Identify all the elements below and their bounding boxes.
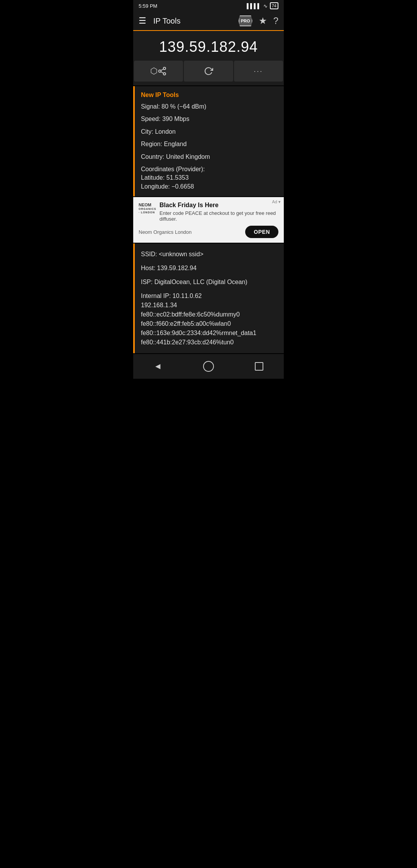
signal-icon: ▌▌▌▌	[247, 3, 261, 9]
latitude-row: Latitude: 51.5353	[141, 174, 278, 182]
svg-point-2	[163, 73, 166, 75]
bottom-nav: ◄	[133, 354, 284, 379]
svg-point-0	[163, 67, 166, 70]
favorite-icon[interactable]: ★	[259, 15, 267, 26]
ip6: fe80::441b:2e27:93cb:d246%tun0	[141, 338, 278, 347]
top-bar: ☰ IP Tools PRO ★ ?	[133, 12, 284, 31]
info-section-title: New IP Tools	[141, 92, 278, 99]
coordinates-label: Coordinates (Provider):	[141, 165, 278, 174]
speed-row: Speed: 390 Mbps	[141, 115, 278, 123]
ad-logo: NEOM ORGANICS · LONDON	[139, 202, 156, 214]
app-title: IP Tools	[150, 17, 235, 26]
ip4: fe80::f660:e2ff:feb5:a00c%wlan0	[141, 319, 278, 328]
ad-subtext: Enter code PEACE at checkout to get your…	[159, 210, 278, 222]
coordinates-section: Coordinates (Provider): Latitude: 51.535…	[141, 165, 278, 191]
internal-ip-section: Internal IP: 10.11.0.62 192.168.1.34 fe8…	[141, 291, 278, 347]
time-display: 5:59 PM	[139, 3, 157, 9]
ad-content: NEOM ORGANICS · LONDON Black Friday Is H…	[139, 202, 278, 222]
internal-ip-label: Internal IP: 10.11.0.62	[141, 291, 278, 301]
longitude-row: Longitude: −0.6658	[141, 182, 278, 191]
ad-brand-sub: ORGANICS · LONDON	[139, 208, 156, 214]
ssid-row: SSID: <unknown ssid>	[141, 250, 278, 259]
isp-row: ISP: DigitalOcean, LLC (Digital Ocean)	[141, 277, 278, 287]
ip5: fe80::163e:9d0c:2334:dd42%rmnet_data1	[141, 328, 278, 338]
wifi-icon: ∿	[263, 3, 268, 9]
share-svg-icon	[158, 66, 167, 76]
home-icon	[203, 361, 214, 372]
ad-brand-name: NEOM	[139, 203, 156, 208]
ad-advertiser: Neom Organics London	[139, 229, 192, 235]
recents-icon	[255, 362, 263, 371]
svg-line-4	[161, 69, 164, 71]
menu-icon[interactable]: ☰	[139, 16, 146, 26]
back-icon: ◄	[154, 361, 162, 371]
signal-row: Signal: 80 % (−64 dBm)	[141, 102, 278, 111]
host-row: Host: 139.59.182.94	[141, 264, 278, 273]
ad-footer: Neom Organics London OPEN	[139, 226, 278, 238]
ad-headline: Black Friday Is Here	[159, 202, 278, 209]
more-button[interactable]: ···	[234, 61, 283, 82]
share-icon: ⬡	[150, 66, 158, 76]
pro-badge[interactable]: PRO	[239, 15, 253, 26]
ad-open-button[interactable]: OPEN	[245, 226, 278, 238]
share-button[interactable]: ⬡	[134, 61, 183, 82]
ip-address-display: 139.59.182.94	[133, 31, 284, 61]
refresh-button[interactable]	[184, 61, 233, 82]
battery-indicator: 74	[270, 2, 278, 9]
help-icon[interactable]: ?	[273, 15, 278, 26]
top-bar-actions: PRO ★ ?	[239, 15, 278, 26]
svg-line-3	[161, 72, 164, 73]
ip3: fe80::ec02:bdff:fe8e:6c50%dummy0	[141, 310, 278, 319]
ad-banner: Ad ▾ NEOM ORGANICS · LONDON Black Friday…	[133, 197, 284, 243]
ad-text: Black Friday Is Here Enter code PEACE at…	[159, 202, 278, 222]
home-button[interactable]	[195, 359, 222, 374]
status-bar: 5:59 PM ▌▌▌▌ ∿ 74	[133, 0, 284, 12]
action-buttons: ⬡ ···	[133, 61, 284, 85]
refresh-icon	[204, 66, 213, 76]
country-row: Country: United Kingdom	[141, 153, 278, 161]
more-icon: ···	[254, 67, 263, 75]
city-row: City: London	[141, 128, 278, 136]
ip2: 192.168.1.34	[141, 301, 278, 310]
svg-point-1	[159, 70, 161, 72]
status-icons: ▌▌▌▌ ∿ 74	[247, 2, 278, 9]
back-button[interactable]: ◄	[146, 359, 170, 374]
ad-label: Ad ▾	[272, 199, 281, 204]
recents-button[interactable]	[247, 360, 271, 373]
info-section: New IP Tools Signal: 80 % (−64 dBm) Spee…	[133, 86, 284, 196]
network-section: SSID: <unknown ssid> Host: 139.59.182.94…	[133, 243, 284, 353]
region-row: Region: England	[141, 140, 278, 148]
